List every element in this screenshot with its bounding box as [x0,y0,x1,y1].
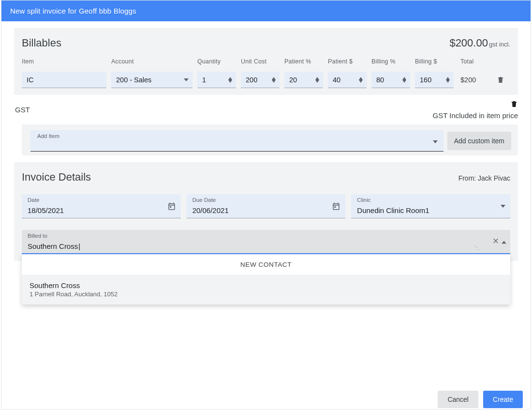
date-value: 18/05/2021 [28,206,64,214]
date-label: Date [28,197,39,203]
item-value: IC [27,76,34,84]
billables-total-wrap: $200.00gst incl. [449,37,510,49]
billing-pct-stepper[interactable] [402,77,406,83]
dialog-title: New split invoice for Geoff bbb Bloggs [10,7,136,15]
patient-amt-value: 40 [333,76,357,84]
billables-columns: Item Account Quantity Unit Cost Patient … [22,58,510,65]
clinic-select[interactable]: Clinic Dunedin Clinic Room1 [351,194,510,218]
ac-item-address: 1 Parnell Road, Auckland, 1052 [30,290,502,298]
delete-billables-button[interactable] [510,100,518,108]
account-value: 200 - Sales [116,76,184,84]
billable-row: IC 200 - Sales 1 200 [22,72,510,88]
quantity-value: 1 [202,76,226,84]
resize-handle-icon: ⋱ [474,245,479,251]
invoice-from: From: Jack Pivac [458,174,510,182]
col-account: Account [111,58,192,65]
cancel-button[interactable]: Cancel [438,391,478,408]
due-date-value: 20/06/2021 [192,206,229,214]
billed-to-input[interactable]: Billed to Southern Cross ⋱ [22,230,510,254]
caret-down-icon [433,137,438,145]
calendar-icon[interactable] [332,201,340,211]
add-item-label: Add Item [37,133,59,139]
quantity-stepper[interactable] [228,77,232,83]
billables-header: Billables $200.00gst incl. [22,37,510,49]
gst-incl-text: gst incl. [489,41,510,48]
dropdown-toggle[interactable] [502,237,506,246]
billing-amt-stepper[interactable] [446,77,450,83]
col-unit-cost: Unit Cost [241,58,280,65]
calendar-icon[interactable] [167,201,176,211]
due-date-label: Due Date [192,197,216,203]
unit-cost-value: 200 [246,76,270,84]
billed-to-value: Southern Cross [28,242,80,250]
new-contact-option[interactable]: NEW CONTACT [22,254,510,275]
close-icon [492,237,500,245]
col-patient-pct: Patient % [284,58,323,65]
dialog-titlebar: New split invoice for Geoff bbb Bloggs [1,0,531,21]
gst-note: GST Included in item price [433,111,518,120]
billing-pct-input[interactable]: 80 [371,72,410,88]
create-button[interactable]: Create [483,391,523,408]
autocomplete-item[interactable]: Southern Cross 1 Parnell Road, Auckland,… [22,275,510,305]
chevron-down-icon [402,80,406,83]
invoice-fields-row: Date 18/05/2021 Due Date 20/06/2021 Clin… [22,194,510,218]
item-input[interactable]: IC [22,72,106,88]
create-label: Create [493,396,513,403]
invoice-title: Invoice Details [22,171,91,183]
billables-title: Billables [22,37,61,49]
gst-label: GST [15,106,30,114]
patient-amt-input[interactable]: 40 [328,72,367,88]
delete-row-button[interactable] [491,76,510,84]
chevron-down-icon [315,80,319,83]
chevron-down-icon [446,80,450,83]
due-date-field[interactable]: Due Date 20/06/2021 [187,194,346,218]
invoice-details-panel: Invoice Details From: Jack Pivac Date 18… [14,162,518,261]
billing-amt-input[interactable]: 160 [415,72,454,88]
col-billing-amt: Billing $ [415,58,454,65]
from-name: Jack Pivac [478,174,510,182]
account-select[interactable]: 200 - Sales [111,72,192,88]
new-contact-label: NEW CONTACT [240,261,292,268]
dialog-window: New split invoice for Geoff bbb Bloggs B… [1,0,531,410]
clinic-label: Clinic [357,197,370,203]
patient-amt-stepper[interactable] [359,77,363,83]
billed-to-label: Billed to [28,233,47,239]
billables-total: $200.00 [449,37,488,49]
billing-pct-value: 80 [376,76,400,84]
clear-button[interactable] [492,237,500,246]
add-item-bar: Add Item Add custom item [22,124,518,155]
add-custom-label: Add custom item [454,137,504,145]
col-quantity: Quantity [197,58,236,65]
patient-pct-input[interactable]: 20 [284,72,323,88]
add-item-select[interactable]: Add Item [30,130,443,152]
autocomplete-popup: NEW CONTACT Southern Cross 1 Parnell Roa… [22,254,510,305]
ac-item-name: Southern Cross [30,281,502,290]
caret-down-icon [501,205,505,208]
chevron-down-icon [228,80,232,83]
caret-down-icon [184,78,189,81]
caret-up-icon [502,241,506,244]
billables-panel: Billables $200.00gst incl. Item Account … [14,28,518,95]
clinic-value: Dunedin Clinic Room1 [357,206,429,214]
chevron-down-icon [272,80,276,83]
date-field[interactable]: Date 18/05/2021 [22,194,181,218]
billed-to-combobox: Billed to Southern Cross ⋱ NEW CON [22,230,510,254]
content-area: Billables $200.00gst incl. Item Account … [1,21,531,409]
patient-pct-stepper[interactable] [315,77,319,83]
billing-amt-value: 160 [420,76,444,84]
unit-cost-stepper[interactable] [272,77,276,83]
dialog-footer: Cancel Create [438,391,523,408]
col-billing-pct: Billing % [371,58,410,65]
invoice-header: Invoice Details From: Jack Pivac [22,171,510,183]
col-total: Total [458,58,486,65]
trash-icon [510,100,518,108]
gst-row: GST GST Included in item price [15,100,518,120]
unit-cost-input[interactable]: 200 [241,72,280,88]
quantity-input[interactable]: 1 [197,72,236,88]
add-custom-item-button[interactable]: Add custom item [447,132,511,150]
chevron-down-icon [359,80,363,83]
col-patient-amt: Patient $ [328,58,367,65]
patient-pct-value: 20 [289,76,313,84]
trash-icon [497,76,504,84]
from-label: From: [458,174,478,182]
